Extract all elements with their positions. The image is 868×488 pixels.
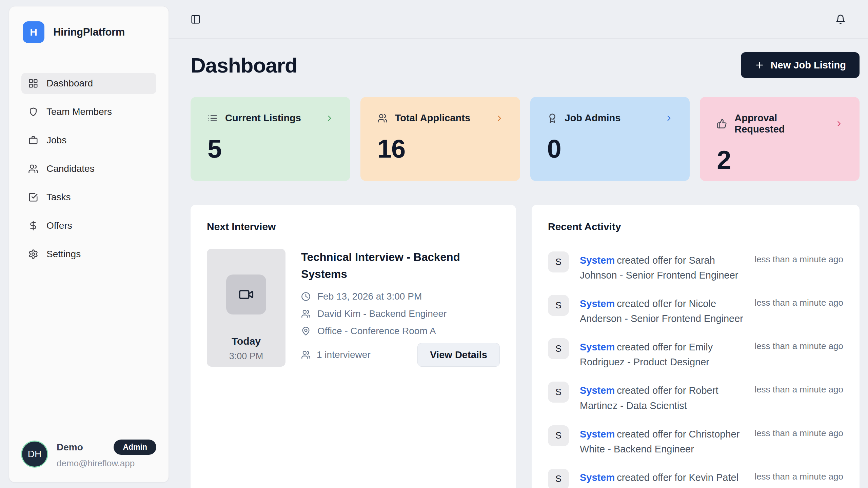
stat-card[interactable]: Job Admins 0 xyxy=(530,97,690,181)
interview-details: Technical Interview - Backend Systems Fe… xyxy=(301,249,500,367)
briefcase-icon xyxy=(28,135,38,145)
role-badge: Admin xyxy=(114,440,156,455)
brand: H HiringPlatform xyxy=(21,21,156,43)
stat-value: 2 xyxy=(717,145,843,175)
sidebar-item-settings[interactable]: Settings xyxy=(21,244,156,265)
activity-list: S Systemcreated offer for Sarah Johnson … xyxy=(548,251,843,488)
user-profile[interactable]: DH Demo Admin demo@hireflow.app xyxy=(21,440,156,469)
new-job-listing-label: New Job Listing xyxy=(771,60,846,71)
stat-value: 0 xyxy=(547,134,674,163)
dashboard-content: Dashboard New Job Listing Current Listin… xyxy=(169,39,868,488)
sidebar-item-label: Candidates xyxy=(46,163,95,174)
sidebar-item-candidates[interactable]: Candidates xyxy=(21,158,156,179)
sidebar-item-label: Tasks xyxy=(46,192,71,203)
interview-datetime: Feb 13, 2026 at 3:00 PM xyxy=(317,291,422,302)
activity-text: Systemcreated offer for Emily Rodriguez … xyxy=(580,338,744,369)
next-interview-panel: Next Interview Today 3:00 PM Technical I… xyxy=(191,205,516,488)
recent-activity-panel: Recent Activity S Systemcreated offer fo… xyxy=(532,205,860,488)
stat-card[interactable]: Approval Requested 2 xyxy=(700,97,860,181)
interview-datetime-row: Feb 13, 2026 at 3:00 PM xyxy=(301,291,500,302)
activity-actor-link[interactable]: System xyxy=(580,472,615,483)
stat-cards: Current Listings 5 Total Applicants 16 xyxy=(191,97,860,181)
interview-candidate-row: David Kim - Backend Engineer xyxy=(301,308,500,319)
chevron-right-icon xyxy=(495,114,504,123)
stat-value: 16 xyxy=(377,134,504,163)
video-camera-icon xyxy=(238,287,254,302)
chevron-right-icon xyxy=(835,119,843,128)
sidebar-item-dashboard[interactable]: Dashboard xyxy=(21,73,156,94)
sidebar-spacer xyxy=(21,272,156,440)
stat-label: Job Admins xyxy=(565,113,621,124)
stat-card[interactable]: Current Listings 5 xyxy=(191,97,350,181)
recent-activity-heading: Recent Activity xyxy=(548,221,843,232)
activity-avatar: S xyxy=(548,251,569,272)
page-title: Dashboard xyxy=(191,53,297,77)
next-interview-heading: Next Interview xyxy=(207,221,500,232)
activity-avatar: S xyxy=(548,338,569,359)
sidebar-item-tasks[interactable]: Tasks xyxy=(21,187,156,208)
sidebar-nav: Dashboard Team Members Jobs Candidates T… xyxy=(21,73,156,272)
interview-title: Technical Interview - Backend Systems xyxy=(301,249,500,282)
activity-actor-link[interactable]: System xyxy=(580,342,615,352)
activity-text: Systemcreated offer for Nicole Anderson … xyxy=(580,295,744,326)
activity-avatar: S xyxy=(548,382,569,403)
users-icon xyxy=(28,164,38,174)
sidebar-item-team-members[interactable]: Team Members xyxy=(21,101,156,122)
user-info: Demo Admin demo@hireflow.app xyxy=(57,440,156,469)
sidebar-item-label: Jobs xyxy=(46,135,66,146)
activity-text: Systemcreated offer for Christopher Whit… xyxy=(580,425,744,456)
sidebar: H HiringPlatform Dashboard Team Members … xyxy=(9,6,169,483)
activity-timestamp: less than a minute ago xyxy=(754,295,843,326)
activity-timestamp: less than a minute ago xyxy=(754,425,843,456)
dollar-icon xyxy=(28,221,38,231)
award-icon xyxy=(547,113,557,123)
activity-actor-link[interactable]: System xyxy=(580,298,615,309)
activity-timestamp: less than a minute ago xyxy=(754,251,843,283)
list-icon xyxy=(208,113,218,123)
interview-location-row: Office - Conference Room A xyxy=(301,326,500,337)
activity-item: S Systemcreated offer for Christopher Wh… xyxy=(548,425,843,456)
dashboard-icon xyxy=(28,78,38,88)
stat-label: Approval Requested xyxy=(734,113,827,135)
check-square-icon xyxy=(28,192,38,202)
activity-item: S Systemcreated offer for Emily Rodrigue… xyxy=(548,338,843,369)
activity-avatar: S xyxy=(548,295,569,316)
interview-candidate: David Kim - Backend Engineer xyxy=(317,308,447,319)
video-icon-box xyxy=(226,274,266,314)
thumbs-up-icon xyxy=(717,119,727,129)
activity-actor-link[interactable]: System xyxy=(580,429,615,440)
activity-item: S Systemcreated offer for Robert Martine… xyxy=(548,382,843,413)
map-pin-icon xyxy=(301,326,311,336)
users-icon xyxy=(301,309,311,319)
new-job-listing-button[interactable]: New Job Listing xyxy=(741,52,860,78)
users-icon xyxy=(301,350,311,360)
interview-time: 3:00 PM xyxy=(229,351,263,362)
chevron-right-icon xyxy=(325,114,334,123)
sidebar-item-jobs[interactable]: Jobs xyxy=(21,130,156,151)
sidebar-item-label: Team Members xyxy=(46,106,112,117)
view-details-button[interactable]: View Details xyxy=(417,343,500,367)
activity-actor-link[interactable]: System xyxy=(580,385,615,396)
sidebar-item-label: Offers xyxy=(46,220,72,231)
activity-text: Systemcreated offer for Sarah Johnson - … xyxy=(580,251,744,283)
activity-timestamp: less than a minute ago xyxy=(754,382,843,413)
topbar xyxy=(169,0,868,39)
sidebar-item-label: Dashboard xyxy=(46,78,93,89)
bell-icon[interactable] xyxy=(835,14,846,24)
activity-text: Systemcreated offer for Kevin Patel - Da… xyxy=(580,469,744,488)
activity-text: Systemcreated offer for Robert Martinez … xyxy=(580,382,744,413)
sidebar-toggle-icon[interactable] xyxy=(191,14,201,24)
brand-logo: H xyxy=(23,21,44,43)
sidebar-item-offers[interactable]: Offers xyxy=(21,215,156,236)
user-name: Demo xyxy=(57,442,83,453)
chevron-right-icon xyxy=(665,114,673,123)
interview-date-tile: Today 3:00 PM xyxy=(207,249,285,367)
activity-item: S Systemcreated offer for Sarah Johnson … xyxy=(548,251,843,283)
activity-actor-link[interactable]: System xyxy=(580,255,615,266)
stat-card[interactable]: Total Applicants 16 xyxy=(360,97,520,181)
users-icon xyxy=(377,113,388,123)
activity-item: S Systemcreated offer for Kevin Patel - … xyxy=(548,469,843,488)
interviewer-count: 1 interviewer xyxy=(301,349,371,360)
activity-timestamp: less than a minute ago xyxy=(754,469,843,488)
gear-icon xyxy=(28,249,38,259)
